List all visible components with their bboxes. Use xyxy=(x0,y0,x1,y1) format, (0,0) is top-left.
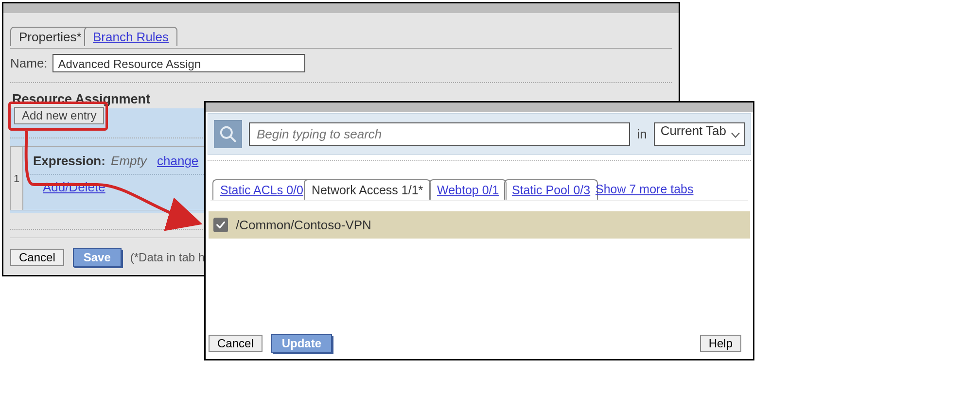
resource-row[interactable]: /Common/Contoso-VPN xyxy=(209,211,750,239)
resource-picker-panel: in Current Tab Static ACLs 0/0 Network A… xyxy=(204,101,754,360)
tab-static-acls-label: Static ACLs 0/0 xyxy=(220,183,303,197)
tab-static-pool-label: Static Pool 0/3 xyxy=(512,183,590,197)
search-input[interactable] xyxy=(249,122,630,146)
scope-select[interactable]: Current Tab xyxy=(654,122,745,146)
search-icon[interactable] xyxy=(214,120,242,148)
name-label: Name: xyxy=(10,56,48,71)
expression-value: Empty xyxy=(111,154,147,168)
resource-name: /Common/Contoso-VPN xyxy=(236,218,371,233)
update-button[interactable]: Update xyxy=(271,334,332,353)
search-row: in Current Tab xyxy=(208,113,751,155)
tab-network-access-label: Network Access 1/1* xyxy=(312,183,423,197)
tab-network-access[interactable]: Network Access 1/1* xyxy=(304,179,431,200)
name-value: Advanced Resource Assign xyxy=(58,57,201,70)
tab-static-acls[interactable]: Static ACLs 0/0 xyxy=(212,179,311,200)
tab-properties[interactable]: Properties* xyxy=(10,27,90,46)
titlebar xyxy=(206,103,753,112)
separator xyxy=(10,82,672,83)
tab-properties-label: Properties* xyxy=(19,30,82,44)
expression-line: Expression: Empty change xyxy=(33,154,198,169)
tab-webtop-label: Webtop 0/1 xyxy=(437,183,499,197)
add-new-entry-button[interactable]: Add new entry xyxy=(14,107,104,124)
resource-type-tabs: Static ACLs 0/0 Network Access 1/1* Webt… xyxy=(210,179,748,201)
chevron-down-icon xyxy=(731,127,740,142)
expression-label: Expression xyxy=(33,154,101,168)
name-row: Name: Advanced Resource Assign xyxy=(10,54,305,72)
svg-line-1 xyxy=(230,137,236,142)
section-heading: Resource Assignment xyxy=(12,92,150,107)
add-delete-link[interactable]: Add/Delete xyxy=(43,180,105,195)
tab-branch-rules-label: Branch Rules xyxy=(93,30,169,44)
name-input[interactable]: Advanced Resource Assign xyxy=(52,54,305,72)
front-button-row: Cancel Update Help xyxy=(209,331,750,356)
svg-point-0 xyxy=(221,127,232,138)
tab-branch-rules[interactable]: Branch Rules xyxy=(84,27,177,46)
tab-webtop[interactable]: Webtop 0/1 xyxy=(429,179,507,200)
save-button[interactable]: Save xyxy=(73,248,122,267)
tab-strip: Properties* Branch Rules xyxy=(10,28,672,49)
separator xyxy=(208,160,751,161)
checkbox-checked-icon[interactable] xyxy=(213,218,228,232)
in-label: in xyxy=(637,127,647,142)
cancel-button[interactable]: Cancel xyxy=(10,249,64,266)
help-button[interactable]: Help xyxy=(700,335,741,352)
row-index: 1 xyxy=(10,146,23,210)
show-more-tabs-link[interactable]: Show 7 more tabs xyxy=(595,182,694,196)
tab-static-pool[interactable]: Static Pool 0/3 xyxy=(504,179,598,200)
cancel-button[interactable]: Cancel xyxy=(209,335,262,352)
titlebar xyxy=(3,3,679,13)
change-link[interactable]: change xyxy=(157,154,198,168)
scope-value: Current Tab xyxy=(661,123,726,138)
